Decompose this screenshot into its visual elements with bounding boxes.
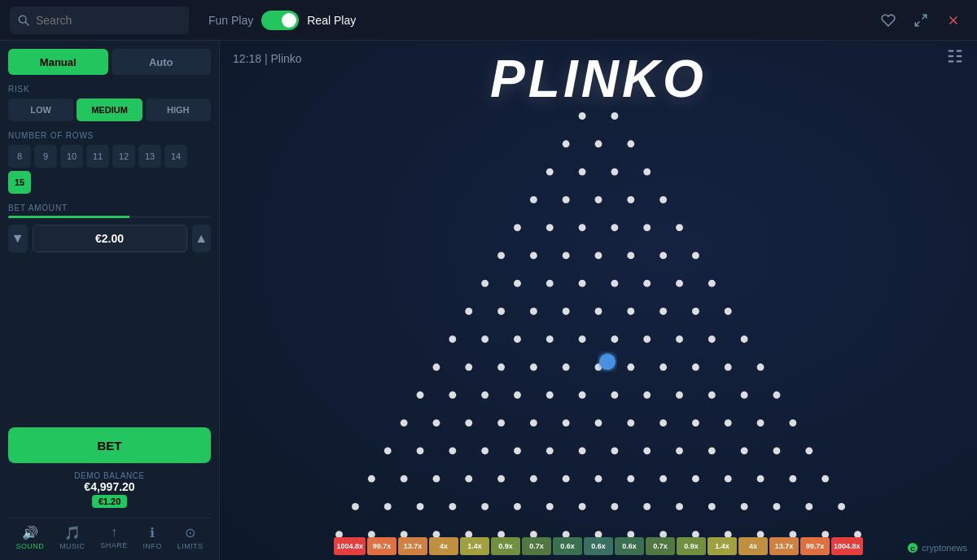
svg-point-154: [563, 531, 570, 537]
row-15[interactable]: 15: [8, 171, 31, 194]
svg-text:C: C: [911, 545, 916, 553]
row-14[interactable]: 14: [164, 145, 187, 168]
music-icon: 🎵: [64, 525, 81, 540]
svg-point-135: [481, 503, 488, 510]
search-input[interactable]: [36, 14, 181, 27]
svg-point-128: [757, 475, 765, 483]
bet-button[interactable]: BET: [8, 427, 211, 463]
svg-point-72: [627, 364, 634, 371]
game-time-title: 12:18 | Plinko: [233, 52, 302, 65]
risk-buttons: LOW MEDIUM HIGH: [8, 98, 211, 121]
svg-point-12: [579, 112, 586, 120]
row-9[interactable]: 9: [34, 145, 57, 168]
nav-music[interactable]: 🎵 MUSIC: [59, 525, 85, 550]
svg-point-120: [497, 475, 505, 483]
svg-point-142: [708, 503, 716, 510]
svg-point-137: [546, 503, 554, 510]
row-11[interactable]: 11: [86, 145, 109, 168]
bet-decrease[interactable]: ▼: [8, 225, 28, 252]
svg-point-124: [627, 475, 634, 483]
close-button[interactable]: [940, 7, 967, 34]
mode-switch[interactable]: [261, 11, 299, 30]
demo-balance: DEMO BALANCE €4,997.20 €1.20: [8, 471, 211, 508]
svg-point-133: [417, 503, 424, 510]
bet-increase[interactable]: ▲: [192, 225, 212, 252]
risk-high[interactable]: HIGH: [146, 98, 211, 121]
svg-point-14: [563, 140, 570, 147]
multiplier-cell: 0.7x: [522, 537, 551, 555]
svg-point-64: [708, 335, 716, 343]
row-12[interactable]: 12: [112, 145, 135, 168]
svg-point-78: [449, 392, 456, 399]
svg-point-89: [401, 419, 408, 427]
svg-point-110: [643, 447, 651, 454]
svg-point-52: [627, 308, 634, 315]
svg-point-53: [659, 308, 667, 315]
svg-point-143: [741, 503, 748, 510]
svg-point-98: [692, 419, 699, 427]
svg-point-16: [627, 140, 634, 147]
svg-point-126: [692, 475, 699, 483]
svg-point-66: [433, 364, 440, 371]
favorite-button[interactable]: [874, 7, 902, 34]
svg-point-90: [433, 419, 440, 427]
svg-point-132: [384, 503, 392, 510]
risk-low[interactable]: LOW: [8, 98, 73, 121]
svg-point-116: [368, 475, 375, 483]
svg-point-13: [611, 112, 618, 120]
svg-point-33: [530, 252, 537, 259]
svg-point-101: [789, 419, 796, 427]
svg-point-88: [773, 392, 781, 399]
svg-point-40: [514, 280, 521, 287]
nav-limits[interactable]: ⊙ LIMITS: [177, 525, 204, 550]
svg-point-114: [773, 447, 781, 454]
svg-point-47: [465, 308, 472, 315]
bet-bar: [8, 216, 211, 218]
svg-point-162: [821, 531, 829, 537]
search-box[interactable]: [10, 7, 189, 34]
header-icons: [874, 7, 967, 34]
multiplier-cell: 4x: [738, 537, 768, 555]
risk-medium[interactable]: MEDIUM: [77, 98, 142, 121]
plinko-board: [220, 69, 977, 537]
multiplier-cell: 1004.8x: [334, 537, 366, 555]
svg-point-39: [481, 280, 488, 287]
svg-point-75: [725, 364, 732, 371]
demo-balance-amount: €4,997.20: [8, 480, 211, 493]
hamburger-button[interactable]: [946, 47, 964, 69]
manual-tab[interactable]: Manual: [8, 49, 108, 75]
svg-point-44: [643, 280, 651, 287]
svg-point-27: [546, 224, 554, 231]
row-8[interactable]: 8: [8, 145, 31, 168]
svg-point-55: [725, 308, 732, 315]
svg-point-85: [676, 392, 683, 399]
nav-info[interactable]: ℹ INFO: [143, 525, 162, 550]
svg-point-63: [676, 335, 683, 343]
watermark: C cryptonews: [907, 542, 967, 553]
svg-point-109: [611, 447, 618, 454]
row-13[interactable]: 13: [138, 145, 161, 168]
svg-point-148: [368, 531, 375, 537]
risk-label: RISK: [8, 85, 211, 94]
svg-point-113: [741, 447, 748, 454]
multiplier-cell: 13.7x: [769, 537, 799, 555]
svg-point-42: [579, 280, 586, 287]
nav-share[interactable]: ↑ SHARE: [100, 525, 127, 550]
svg-point-112: [708, 447, 716, 454]
sound-icon: 🔊: [22, 525, 38, 540]
svg-point-81: [546, 392, 554, 399]
svg-point-37: [659, 252, 667, 259]
header: Fun Play Real Play: [0, 0, 977, 41]
row-10[interactable]: 10: [60, 145, 83, 168]
multiplier-cell: 1004.8x: [831, 537, 863, 555]
svg-point-131: [352, 503, 359, 510]
svg-point-91: [465, 419, 472, 427]
nav-info-label: INFO: [143, 542, 162, 550]
main-layout: Manual Auto RISK LOW MEDIUM HIGH NUMBER …: [0, 41, 977, 560]
multiplier-cell: 1.4x: [708, 537, 737, 555]
fullscreen-button[interactable]: [907, 7, 935, 34]
svg-point-25: [659, 196, 667, 203]
bet-amount-input[interactable]: [33, 225, 187, 252]
nav-sound[interactable]: 🔊 SOUND: [15, 525, 44, 550]
auto-tab[interactable]: Auto: [112, 49, 212, 75]
